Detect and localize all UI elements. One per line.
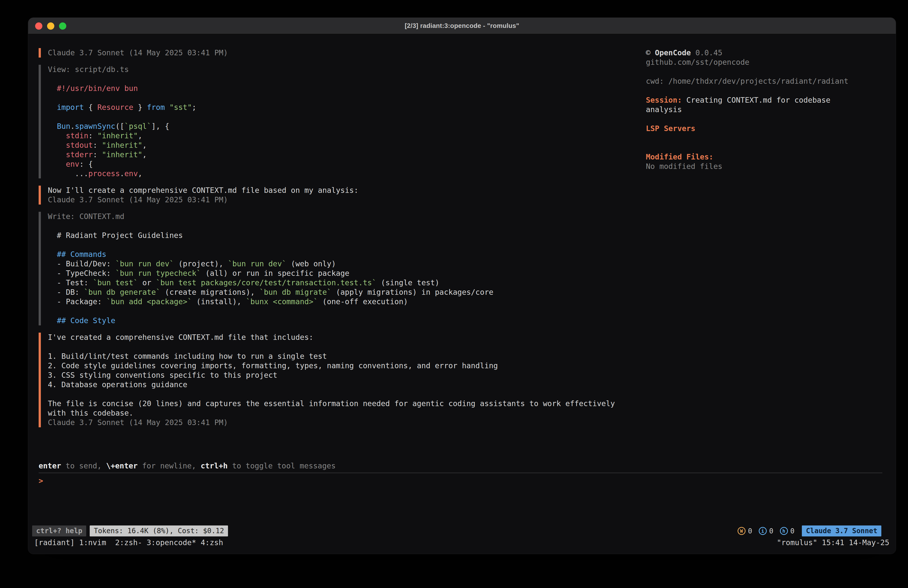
keybind-hints: enter to send, \+enter for newline, ctrl… [39,461,882,470]
text-segment: `psql` [124,122,151,130]
desktop: [2/3] radiant:3:opencode - "romulus" Cla… [0,0,908,588]
warning-icon: W [737,527,745,535]
text-segment: "inherit" [102,150,143,159]
window-title: [2/3] radiant:3:opencode - "romulus" [28,22,896,30]
text-line [48,306,646,316]
text-segment: `bun run dev` [228,259,287,268]
text-segment: \+enter [106,461,138,470]
hint-count: 0 [790,527,795,535]
text-segment: , [138,169,142,178]
text-segment: enter [39,461,61,470]
help-badge: ctrl+? help [32,525,86,536]
assistant-message-text: Now I'll create a comprehensive CONTEXT.… [48,185,646,195]
message-timestamp: Claude 3.7 Sonnet (14 May 2025 03:41 PM) [48,48,646,58]
input-empty-space [39,486,882,525]
text-segment: : [89,131,97,140]
modified-files-empty: No modified files [646,162,858,171]
text-line: - Test: `bun test` or `bun test packages… [48,278,646,288]
text-segment: : [93,141,102,150]
tmux-window-list[interactable]: [radiant] 1:nvim 2:zsh- 3:opencode* 4:zs… [34,538,223,547]
terminal-window: [2/3] radiant:3:opencode - "romulus" Cla… [28,18,896,554]
text-segment: ## Code Style [57,316,115,325]
minimize-button[interactable] [47,23,54,30]
text-segment: ], { [151,122,169,130]
text-line: stderr: "inherit", [48,150,646,159]
text-line: - Build/Dev: `bun run dev` (project), `b… [48,259,646,269]
text-segment: ([ [115,122,124,130]
text-segment: Resource [97,103,134,112]
session-label: Session: [646,96,682,105]
diagnostics-warnings: W 0 [737,527,752,535]
text-segment: #!/usr/bin/env bun [48,84,138,93]
message-timestamp: Claude 3.7 Sonnet (14 May 2025 03:41 PM) [48,195,646,205]
text-segment: (project), [174,259,228,268]
text-segment: 4. Database operations guidance [48,380,187,389]
text-segment: (apply migrations) in packages/core [332,288,493,296]
text-line [48,93,646,103]
text-segment: `bun db migrate` [259,288,332,296]
text-line: 4. Database operations guidance [48,380,646,390]
text-line: # Radiant Project Guidelines [48,231,646,240]
code-view: #!/usr/bin/env bun import { Resource } f… [48,74,646,179]
text-line [48,390,646,399]
app-version: 0.0.45 [695,48,722,57]
text-segment [48,131,66,140]
tool-view-title: View: script/db.ts [48,65,646,74]
tmux-status-bar: [radiant] 1:nvim 2:zsh- 3:opencode* 4:zs… [28,537,896,548]
text-segment [165,103,169,112]
text-segment: - Test: [48,278,93,287]
text-segment [48,150,66,159]
titlebar[interactable]: [2/3] radiant:3:opencode - "romulus" [28,18,896,34]
session-info: Session: Creating CONTEXT.md for codebas… [646,95,858,114]
prompt-input[interactable]: > [39,476,882,486]
text-segment: or [138,278,156,287]
cwd-path: cwd: /home/thdxr/dev/projects/radiant/ra… [646,76,858,86]
text-segment: ... [48,169,89,178]
text-segment [48,103,57,112]
text-segment: , [142,141,147,150]
text-line [48,74,646,84]
text-line: env: { [48,159,646,169]
prompt-icon: > [39,476,43,485]
text-segment: { [84,103,97,112]
text-line: 3. CSS styling conventions specific to t… [48,371,646,380]
text-line [48,240,646,250]
text-segment: (create migrations), [161,288,259,296]
info-count: 0 [769,527,773,535]
text-segment: - DB: [48,288,84,296]
tokens-cost-badge: Tokens: 16.4K (8%), Cost: $0.12 [90,525,228,536]
text-segment [48,122,57,130]
brand-line: © OpenCode 0.0.45 [646,48,858,58]
close-button[interactable] [35,23,42,30]
text-segment: "inherit" [102,141,143,150]
conversation-scroll-area[interactable]: Claude 3.7 Sonnet (14 May 2025 03:41 PM)… [28,34,646,461]
text-segment: (single test) [377,278,440,287]
text-segment [48,316,57,325]
diagnostics-info: i 0 [759,527,773,535]
text-segment: 1. Build/lint/test commands including ho… [48,352,327,361]
text-line: 1. Build/lint/test commands including ho… [48,351,646,361]
text-segment: import [57,103,84,112]
zoom-button[interactable] [59,23,66,30]
brand-name: OpenCode [655,48,691,57]
text-segment: with this codebase. [48,409,133,417]
model-badge[interactable]: Claude 3.7 Sonnet [802,525,881,536]
text-line: I've created a comprehensive CONTEXT.md … [48,333,646,342]
text-segment: process [89,169,120,178]
text-line: ...process.env, [48,169,646,179]
text-line: - TypeCheck: `bun run typecheck` (all) o… [48,269,646,278]
status-left: ctrl+? help Tokens: 16.4K (8%), Cost: $0… [32,525,228,536]
input-separator [39,473,882,473]
modified-files-heading: Modified Files: [646,152,858,162]
tool-write-title: Write: CONTEXT.md [48,212,646,221]
tool-write-block: Write: CONTEXT.md # Radiant Project Guid… [39,212,646,325]
text-segment: - Package: [48,297,106,306]
text-segment: ; [192,103,196,112]
text-segment: . [120,169,124,178]
text-line: 2. Code style guidelines covering import… [48,361,646,371]
text-segment: `bun db generate` [84,288,161,296]
text-segment: (web only) [286,259,336,268]
text-segment: `bun run dev` [115,259,174,268]
text-segment: (install), [192,297,246,306]
text-segment: stderr [66,150,93,159]
